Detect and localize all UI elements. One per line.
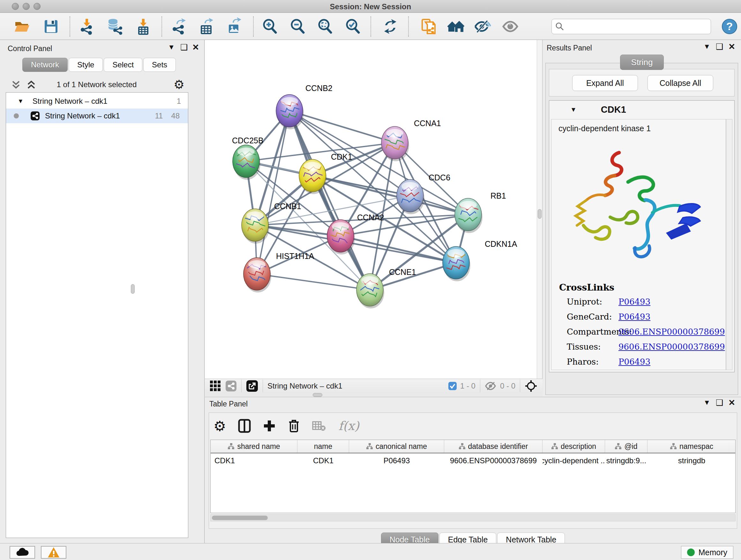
results-panel-title: Results Panel xyxy=(547,44,592,52)
table-cell[interactable]: cyclin-dependent ... xyxy=(542,453,605,468)
results-panel-float-icon[interactable]: ❑ xyxy=(716,43,723,51)
crosslink-label: Tissues: xyxy=(567,342,601,352)
import-table-icon[interactable] xyxy=(134,17,152,36)
column-header-namespac[interactable]: namespac xyxy=(648,440,736,453)
column-header-canonical-name[interactable]: canonical name xyxy=(349,440,444,453)
first-neighbors-icon[interactable] xyxy=(447,17,465,36)
crosslink-link[interactable]: P06493 xyxy=(618,357,650,367)
column-header--id[interactable]: @id xyxy=(605,440,648,453)
network-canvas[interactable]: CCNB2CCNA1CDC25BCDK1CDC6RB1CCNB1CCNA2CDK… xyxy=(205,40,537,379)
column-header-name[interactable]: name xyxy=(297,440,349,453)
table-settings-gear-icon[interactable]: ⚙ xyxy=(213,418,226,434)
network-edge[interactable] xyxy=(289,111,395,143)
network-edge[interactable] xyxy=(340,236,456,263)
export-image-icon[interactable] xyxy=(225,17,243,36)
hide-selected-icon[interactable] xyxy=(473,17,491,36)
export-network-icon[interactable] xyxy=(170,17,188,36)
splitter-grip[interactable] xyxy=(538,209,542,219)
table-panel-close-icon[interactable]: ✕ xyxy=(728,398,735,407)
node-label-CCNB1: CCNB1 xyxy=(274,202,301,211)
refresh-layout-icon[interactable] xyxy=(381,17,399,36)
crosslink-link[interactable]: 9606.ENSP00000378699 xyxy=(618,327,725,336)
cloud-status-button[interactable] xyxy=(10,546,35,559)
network-edge[interactable] xyxy=(289,111,370,290)
results-panel-close-icon[interactable]: ✕ xyxy=(728,43,735,51)
section-collapse-icon[interactable]: ▼ xyxy=(570,106,577,113)
delete-column-icon[interactable] xyxy=(288,419,300,433)
table-panel-collapse-icon[interactable]: ▼ xyxy=(703,399,711,406)
warnings-button[interactable] xyxy=(41,546,66,559)
crosslink-link[interactable]: P06493 xyxy=(618,297,650,307)
crosslink-link[interactable]: P06493 xyxy=(618,312,650,321)
show-all-icon[interactable] xyxy=(501,17,519,36)
network-node-RB1[interactable]: RB1 xyxy=(455,191,506,233)
selected-checkbox-icon[interactable] xyxy=(448,381,457,390)
network-node-CCNB2[interactable]: CCNB2 xyxy=(276,84,333,129)
network-node-CDC25B[interactable]: CDC25B xyxy=(232,136,264,180)
tab-select[interactable]: Select xyxy=(104,58,142,72)
birdseye-grid-icon[interactable] xyxy=(210,381,221,391)
control-panel-float-icon[interactable]: ❑ xyxy=(180,43,188,51)
table-hscrollbar[interactable] xyxy=(210,514,736,521)
fit-content-crosshair-icon[interactable] xyxy=(525,380,537,392)
expand-all-button[interactable]: Expand All xyxy=(572,75,638,91)
memory-button[interactable]: Memory xyxy=(681,546,733,559)
node-count: 11 xyxy=(155,111,163,120)
results-panel-collapse-icon[interactable]: ▼ xyxy=(703,43,711,50)
zoom-out-icon[interactable] xyxy=(289,17,307,36)
string-network-graph[interactable]: CCNB2CCNA1CDC25BCDK1CDC6RB1CCNB1CCNA2CDK… xyxy=(205,40,537,379)
tab-sets[interactable]: Sets xyxy=(143,58,176,72)
network-edge[interactable] xyxy=(257,274,370,290)
add-column-icon[interactable] xyxy=(263,420,276,432)
show-columns-icon[interactable] xyxy=(238,419,251,433)
control-panel-collapse-icon[interactable]: ▼ xyxy=(168,44,175,51)
import-database-icon[interactable] xyxy=(105,17,123,36)
horizontal-splitter-grip[interactable] xyxy=(313,393,322,397)
export-table-icon[interactable] xyxy=(198,17,215,36)
column-header-database-identifier[interactable]: database identifier xyxy=(444,440,542,453)
tree-expand-icon[interactable]: ▼ xyxy=(17,98,23,105)
zoom-selected-icon[interactable] xyxy=(344,17,362,36)
tab-style[interactable]: Style xyxy=(69,58,103,72)
help-button[interactable]: ? xyxy=(721,17,738,36)
table-cell[interactable]: stringdb xyxy=(648,453,736,468)
tab-network[interactable]: Network xyxy=(22,58,68,72)
table-cell[interactable]: P06493 xyxy=(349,453,444,468)
search-input[interactable] xyxy=(567,22,708,30)
table-cell[interactable]: CDK1 xyxy=(211,453,297,468)
network-tree-row[interactable]: String Network – cdk1 11 48 xyxy=(6,109,188,123)
left-splitter-grip[interactable] xyxy=(131,284,135,294)
open-session-icon[interactable] xyxy=(13,17,30,36)
import-network-icon[interactable] xyxy=(78,17,96,36)
save-session-icon[interactable] xyxy=(42,17,60,36)
control-panel-close-icon[interactable]: ✕ xyxy=(192,43,199,51)
open-in-window-icon[interactable] xyxy=(246,380,258,392)
zoom-in-icon[interactable] xyxy=(261,17,279,36)
duplicate-network-icon[interactable] xyxy=(420,17,437,36)
table-row[interactable]: CDK1CDK1P064939606.ENSP00000378699cyclin… xyxy=(211,453,735,468)
network-node-HIST1H1A[interactable]: HIST1H1A xyxy=(244,252,314,293)
table-panel-float-icon[interactable]: ❑ xyxy=(716,398,723,407)
results-scrollbar[interactable] xyxy=(726,119,732,370)
gene-section-header[interactable]: ▼ CDK1 xyxy=(549,101,734,118)
table-toolbox: ⚙ f(x) shared namenamecanonical namedata… xyxy=(209,413,737,529)
network-options-gear-icon[interactable]: ⚙ xyxy=(174,78,185,91)
zoom-fit-icon[interactable] xyxy=(316,17,334,36)
search-box[interactable] xyxy=(551,19,711,34)
column-header-description[interactable]: description xyxy=(542,440,605,453)
tab-string[interactable]: String xyxy=(620,55,664,70)
network-node-CCNE1[interactable]: CCNE1 xyxy=(356,267,416,308)
table-cell[interactable]: CDK1 xyxy=(297,453,349,468)
network-share-icon[interactable] xyxy=(225,380,237,392)
network-node-CCNA1[interactable]: CCNA1 xyxy=(381,119,441,161)
table-cell[interactable]: 9606.ENSP00000378699 xyxy=(444,453,542,468)
vertical-splitter[interactable] xyxy=(537,40,542,379)
control-panel: Control Panel ▼ ❑ ✕ NetworkStyleSelectSe… xyxy=(0,40,205,543)
hidden-eye-icon[interactable] xyxy=(485,381,497,391)
table-cell[interactable]: stringdb:9... xyxy=(605,453,648,468)
crosslink-link[interactable]: 9606.ENSP00000378699 xyxy=(618,342,725,352)
network-node-CDKN1A[interactable]: CDKN1A xyxy=(443,240,517,281)
network-tree-row[interactable]: ▼ String Network – cdk1 1 xyxy=(6,94,188,109)
collapse-all-button[interactable]: Collapse All xyxy=(648,75,713,91)
column-header-shared-name[interactable]: shared name xyxy=(211,440,297,453)
